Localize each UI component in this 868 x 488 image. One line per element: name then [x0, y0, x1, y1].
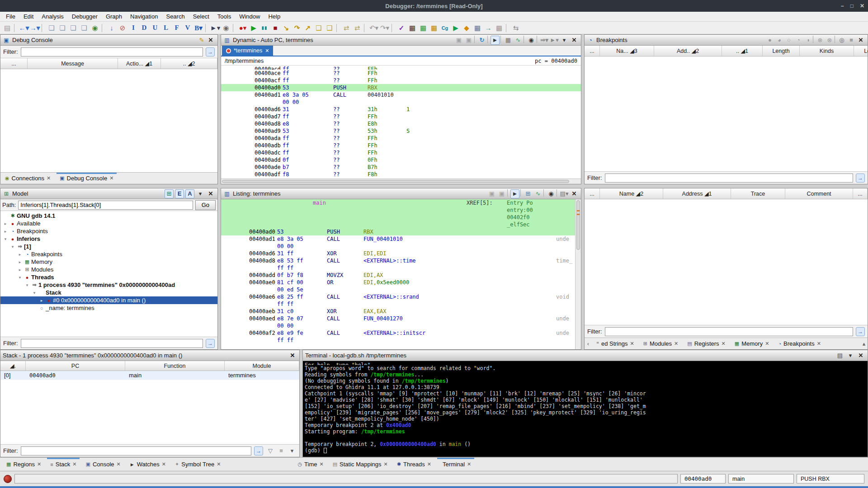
menu-caret-icon[interactable]: ▾ [560, 36, 569, 45]
xref-entry[interactable]: Entry Po [507, 199, 533, 206]
header-separator[interactable] [507, 189, 509, 197]
field-formatter-icon[interactable]: ⊞ [524, 189, 533, 198]
header-separator[interactable] [500, 36, 503, 43]
window-tab[interactable]: ✱Threads✕ [392, 458, 436, 471]
expander-icon[interactable]: ▾ [31, 291, 38, 295]
listing-row[interactable]: 00400ad0 53 PUSH RBX [221, 228, 575, 235]
tree-mode-icon[interactable]: ⊞ [165, 189, 174, 198]
expander-icon[interactable]: ▸ [17, 267, 23, 272]
sync-cursor-icon[interactable]: ◉ [221, 23, 231, 33]
filter-table-icon[interactable]: ◎ [837, 36, 846, 45]
tree-node[interactable]: ▾ Stack [0, 289, 217, 296]
track-pc-icon[interactable]: ⇒▾ [540, 36, 549, 45]
horizontal-splitter[interactable] [0, 184, 218, 188]
cursor-select-icon[interactable]: ► [491, 36, 500, 45]
panel-tab[interactable]: ▦Memory✕ [730, 338, 774, 349]
header-separator[interactable] [543, 189, 546, 197]
tree-node[interactable]: ▸ ⊞ Modules [0, 266, 217, 273]
disasm-row[interactable]: 00400add 0f ?? 0Fh [221, 156, 581, 164]
filter-input[interactable] [605, 327, 854, 336]
enable-all-icon[interactable]: ◕ [775, 36, 784, 45]
menu-item[interactable]: Help [264, 12, 284, 21]
tree-node[interactable]: ▾ ● Inferiors [0, 235, 217, 243]
step-last-icon[interactable]: ❑ [313, 23, 324, 33]
undefine-u-icon[interactable]: U [150, 23, 160, 33]
listing-row[interactable]: 00400af2 e8 e9 feff ff CALL <EXTERNAL>::… [221, 329, 575, 344]
expander-icon[interactable]: ▸ [17, 252, 23, 257]
close-icon[interactable]: ✕ [206, 189, 215, 198]
connect-icon[interactable]: ⇆ [510, 23, 521, 33]
filter-options-icon[interactable]: → [856, 327, 865, 336]
disasm-row[interactable]: 00400ade b7 ?? B7h [221, 164, 581, 171]
minimize-icon[interactable]: – [841, 3, 844, 9]
close-icon[interactable]: ✕ [570, 36, 579, 45]
tab-expand-icon[interactable]: ▴ [860, 338, 868, 349]
header-separator[interactable] [813, 36, 815, 43]
filter-input[interactable] [21, 47, 203, 56]
header-separator[interactable] [557, 189, 559, 197]
copy-icon[interactable]: ▣ [487, 189, 496, 198]
disasm-row[interactable]: 00400adb ff ?? FFh [221, 142, 581, 149]
table-view-icon[interactable]: ▦ [472, 23, 483, 33]
toolbar-separator[interactable] [506, 24, 509, 32]
menu-caret-icon[interactable]: ▾ [288, 446, 297, 455]
close-tab-icon[interactable]: ✕ [722, 341, 726, 347]
tree-node[interactable]: ▸ ◔ Breakpoints [0, 227, 217, 235]
patch-down-icon[interactable]: ❏ [79, 23, 90, 33]
filter-input[interactable] [605, 174, 854, 183]
pointer-icon[interactable]: ►▾ [210, 23, 221, 33]
expander-icon[interactable]: ▾ [9, 244, 16, 249]
diamond-icon[interactable]: ◆ [461, 23, 472, 33]
close-tab-icon[interactable]: ✕ [765, 341, 769, 347]
close-tab-icon[interactable]: ✕ [117, 461, 121, 467]
tab-scroll-left-icon[interactable]: ‹ [585, 338, 592, 349]
watches-view-icon[interactable]: ▦ [429, 23, 439, 33]
disasm-row[interactable]: 00400ad7 ff ?? FFh [221, 113, 581, 120]
menu-caret-icon[interactable]: ▾ [196, 189, 205, 198]
expander-icon[interactable]: ▸ [2, 221, 9, 226]
disassemble-i-icon[interactable]: I [128, 23, 139, 33]
export-view-icon[interactable]: → [483, 23, 494, 33]
menu-item[interactable]: Debugger [68, 12, 102, 21]
toolbar-separator[interactable] [392, 24, 395, 32]
go-down-icon[interactable]: ↓ [106, 23, 117, 33]
copy-icon[interactable]: ▣ [454, 36, 463, 45]
edit-mode-icon[interactable]: ▤▾ [560, 189, 569, 198]
tree-node[interactable]: ✱ GNU gdb 14.1 [0, 212, 217, 220]
maximize-icon[interactable]: □ [850, 3, 854, 9]
disasm-row[interactable]: 00400acf ff ?? FFh [221, 77, 581, 84]
disable-all-icon[interactable]: ◔ [794, 36, 803, 45]
horizontal-splitter[interactable] [221, 184, 581, 188]
terminal-output[interactable]: For help, type "help".Type "apropos word… [303, 361, 868, 457]
filter-funnel-icon[interactable]: ▽ [266, 446, 275, 455]
expander-icon[interactable]: ▾ [24, 283, 30, 287]
trace-tab-termmines[interactable]: *termmines ✕ [222, 46, 273, 56]
expander-icon[interactable]: ▾ [17, 275, 23, 280]
save-icon[interactable]: ▤ [2, 23, 13, 33]
scrollbar-thumb[interactable] [222, 180, 569, 183]
paste-icon[interactable]: ▣ [464, 36, 473, 45]
window-tab[interactable]: ►Watches✕ [125, 458, 170, 471]
menu-item[interactable]: Navigation [126, 12, 162, 21]
close-tab-icon[interactable]: ✕ [384, 461, 388, 467]
run-script-icon[interactable]: ▶ [450, 23, 461, 33]
undo-icon[interactable]: ↶▾ [368, 23, 379, 33]
column-header[interactable]: Lo... [854, 46, 868, 56]
resume-icon[interactable]: ▶ [248, 23, 259, 33]
toolbar-separator[interactable] [42, 24, 45, 32]
scrollbar-thumb[interactable] [576, 200, 580, 250]
listing-row[interactable]: 00400aeb 31 c0 XOR EAX,EAX [221, 308, 575, 315]
toolbar-separator[interactable] [364, 24, 367, 32]
menu-item[interactable]: File [2, 12, 19, 21]
xref-entry[interactable]: 00402f0 [507, 214, 530, 221]
snapshot-camera-icon[interactable]: ◉ [527, 36, 536, 45]
panel-tab[interactable]: ◔Breakpoints✕ [774, 338, 826, 349]
disasm-row[interactable]: 00400ada ff ?? FFh [221, 135, 581, 142]
disasm-row[interactable]: 00400ad9 53 ?? 53h S [221, 127, 581, 135]
byte-b-icon[interactable]: B▾ [193, 23, 204, 33]
menu-item[interactable]: Search [162, 12, 189, 21]
skip-forward-icon[interactable]: ⇄ [352, 23, 363, 33]
column-header[interactable]: .. ◢1 [722, 46, 763, 56]
filter-options-icon[interactable]: → [206, 47, 215, 56]
panel-tab[interactable]: ❝ed Strings✕ [592, 338, 639, 349]
